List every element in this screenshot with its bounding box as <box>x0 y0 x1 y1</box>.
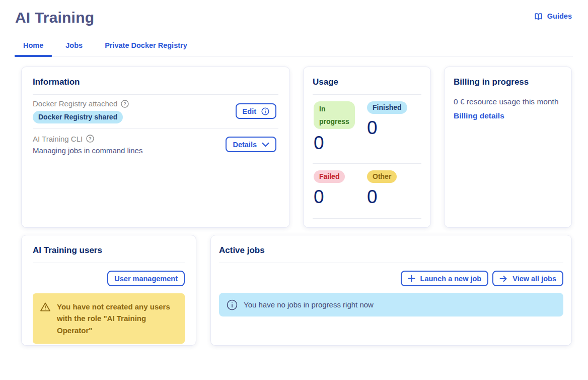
information-card-title: Information <box>33 77 278 87</box>
tab-bar: Home Jobs Private Docker Registry <box>15 38 573 56</box>
in-progress-badge: In progress <box>314 101 355 129</box>
finished-value: 0 <box>367 118 378 137</box>
active-jobs-card: Active jobs Launch a new job <box>210 235 572 346</box>
ai-training-cli-info: AI Training CLI ? Managing jobs in comma… <box>33 135 142 155</box>
view-all-jobs-label: View all jobs <box>512 275 556 283</box>
docker-registry-label: Docker Registry attached <box>33 99 117 108</box>
active-jobs-card-title: Active jobs <box>219 245 563 256</box>
billing-details-link[interactable]: Billing details <box>454 111 504 120</box>
billing-usage-text: 0 € resource usage this month <box>454 97 562 106</box>
guides-label: Guides <box>547 12 572 20</box>
users-card-title: AI Training users <box>33 245 185 256</box>
users-warning-text: You have not created any users with the … <box>57 301 178 336</box>
active-jobs-button-row: Launch a new job View all jobs <box>219 271 563 286</box>
chevron-down-icon <box>262 142 269 147</box>
cards-row-1: Information Docker Registry attached ? <box>21 67 573 228</box>
page-title: AI Training <box>15 9 94 26</box>
docker-registry-badge: Docker Registry shared <box>33 111 123 123</box>
in-progress-value: 0 <box>314 134 324 152</box>
usage-section-bottom: Failed 0 Other 0 <box>313 164 421 219</box>
usage-card-title: Usage <box>313 77 421 87</box>
users-button-row: User management <box>33 271 185 286</box>
details-button[interactable]: Details <box>226 137 276 152</box>
guides-link[interactable]: Guides <box>534 12 572 20</box>
book-icon <box>534 13 543 20</box>
launch-new-job-label: Launch a new job <box>420 275 482 283</box>
warning-triangle-icon <box>40 301 51 312</box>
ai-training-cli-label: AI Training CLI <box>33 135 83 143</box>
usage-stat-failed: Failed 0 <box>314 170 367 218</box>
user-management-button-label: User management <box>114 275 178 283</box>
help-circle-icon[interactable]: ? <box>121 100 129 108</box>
tab-jobs[interactable]: Jobs <box>65 38 83 56</box>
docker-registry-info: Docker Registry attached ? Docker Regist… <box>33 99 129 123</box>
failed-badge: Failed <box>314 170 345 183</box>
view-all-jobs-button[interactable]: View all jobs <box>492 271 563 286</box>
tab-home[interactable]: Home <box>23 38 43 56</box>
ai-training-cli-label-line: AI Training CLI ? <box>33 135 142 143</box>
edit-button[interactable]: Edit <box>236 103 276 119</box>
divider <box>33 263 185 263</box>
no-jobs-info-banner: You have no jobs in progress right now <box>219 293 563 316</box>
information-card: Information Docker Registry attached ? <box>21 67 290 228</box>
plus-icon <box>408 275 415 282</box>
help-circle-icon[interactable]: ? <box>86 135 94 143</box>
cards-row-2: AI Training users User management <box>21 235 573 346</box>
svg-text:?: ? <box>89 136 92 142</box>
other-value: 0 <box>367 187 378 206</box>
usage-card: Usage In progress 0 Finished 0 Failed <box>303 67 431 228</box>
docker-registry-label-line: Docker Registry attached ? <box>33 99 129 108</box>
failed-value: 0 <box>314 187 324 206</box>
users-warning-alert: You have not created any users with the … <box>33 293 185 344</box>
ai-training-cli-description: Managing jobs in command lines <box>33 146 142 155</box>
no-jobs-banner-text: You have no jobs in progress right now <box>244 300 374 309</box>
usage-section-top: In progress 0 Finished 0 <box>313 95 421 164</box>
ai-training-page: AI Training Guides Home Jobs Private Doc… <box>0 0 588 346</box>
billing-card-title: Billing in progress <box>454 77 562 87</box>
billing-card: Billing in progress 0 € resource usage t… <box>444 67 572 228</box>
usage-stat-in-progress: In progress 0 <box>314 101 353 163</box>
usage-stat-finished: Finished 0 <box>367 101 420 163</box>
users-card: AI Training users User management <box>21 235 196 346</box>
topbar: AI Training Guides <box>15 7 573 26</box>
edit-button-label: Edit <box>243 107 256 115</box>
divider <box>219 263 563 263</box>
info-circle-icon <box>261 107 269 115</box>
cards-area: Information Docker Registry attached ? <box>15 67 573 346</box>
ai-training-cli-row: AI Training CLI ? Managing jobs in comma… <box>33 129 278 161</box>
arrow-right-icon <box>499 275 507 282</box>
finished-badge: Finished <box>367 101 407 114</box>
tab-private-docker-registry[interactable]: Private Docker Registry <box>105 38 187 56</box>
usage-stat-other: Other 0 <box>367 170 420 218</box>
launch-new-job-button[interactable]: Launch a new job <box>401 271 489 286</box>
other-badge: Other <box>367 170 397 183</box>
docker-registry-row: Docker Registry attached ? Docker Regist… <box>33 95 278 129</box>
user-management-button[interactable]: User management <box>107 271 185 286</box>
details-button-label: Details <box>233 141 257 149</box>
svg-text:?: ? <box>124 101 127 106</box>
info-circle-icon <box>227 299 238 310</box>
